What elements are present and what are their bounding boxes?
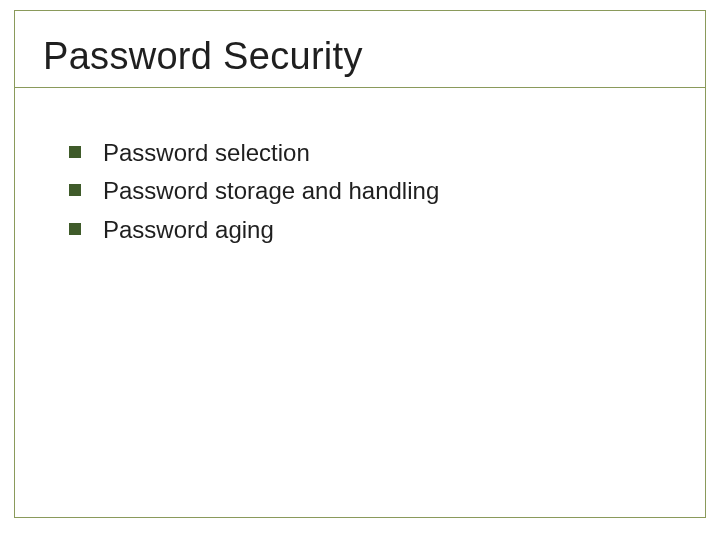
bullet-icon: [69, 223, 81, 235]
list-item: Password aging: [69, 214, 665, 246]
bullet-icon: [69, 184, 81, 196]
list-item: Password storage and handling: [69, 175, 665, 207]
bullet-icon: [69, 146, 81, 158]
bullet-list: Password selection Password storage and …: [69, 137, 665, 252]
bullet-text: Password storage and handling: [103, 175, 439, 207]
bullet-text: Password selection: [103, 137, 310, 169]
slide-frame: Password Security Password selection Pas…: [14, 10, 706, 518]
list-item: Password selection: [69, 137, 665, 169]
bullet-text: Password aging: [103, 214, 274, 246]
title-underline: [15, 87, 705, 88]
slide-title: Password Security: [43, 35, 363, 78]
